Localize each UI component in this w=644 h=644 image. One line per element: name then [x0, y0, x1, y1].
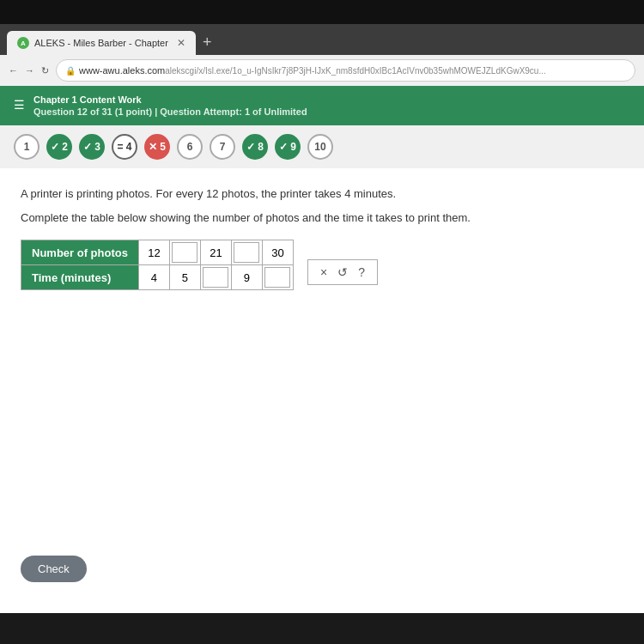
nav-btn-5[interactable]: ✕ 5	[144, 134, 170, 160]
row1-input-field-1[interactable]	[172, 242, 197, 263]
browser-tab[interactable]: A ALEKS - Miles Barber - Chapter ✕	[7, 31, 196, 55]
row1-input-field-3[interactable]	[234, 242, 259, 263]
row2-input-field-4[interactable]	[264, 267, 290, 288]
nav-btn-3[interactable]: ✓ 3	[79, 134, 105, 160]
question-instruction: Complete the table below showing the num…	[21, 210, 623, 227]
question-text: A printer is printing photos. For every …	[21, 185, 623, 203]
nav-back[interactable]: ←	[9, 65, 18, 76]
nav-btn-7[interactable]: 7	[210, 134, 235, 160]
nav-btn-1[interactable]: 1	[14, 134, 39, 160]
nav-btn-6[interactable]: 6	[177, 134, 203, 160]
tab-icon: A	[17, 37, 29, 49]
address-bar[interactable]: 🔒 www-awu.aleks.com alekscgi/x/Isl.exe/1…	[56, 59, 635, 82]
question-info-text: Question 12 of 31 (1 point) | Question A…	[33, 106, 307, 117]
row2-input-4[interactable]	[262, 265, 293, 290]
row1-input-3[interactable]	[231, 240, 262, 265]
tab-close-icon[interactable]: ✕	[177, 37, 185, 49]
question-area: A printer is printing photos. For every …	[0, 168, 644, 613]
tab-label: ALEKS - Miles Barber - Chapter	[34, 38, 168, 48]
data-table: Number of photos 12 21 30 Time (minutes)	[21, 240, 294, 290]
new-tab-button[interactable]: +	[203, 33, 212, 52]
aleks-header: ☰ Chapter 1 Content Work Question 12 of …	[0, 86, 644, 125]
question-nav: 1 ✓ 2 ✓ 3 = 4 ✕ 5 6 7 ✓ 8 ✓ 9 10	[0, 125, 644, 168]
hamburger-icon[interactable]: ☰	[14, 98, 25, 112]
row1-cell-4: 30	[262, 240, 293, 265]
chapter-title: Chapter 1 Content Work	[14, 94, 630, 105]
nav-btn-10[interactable]: 10	[307, 134, 333, 160]
row2-input-field-2[interactable]	[203, 267, 228, 288]
check-section: Check	[21, 556, 87, 582]
address-full: alekscgi/x/Isl.exe/1o_u-IgNsIkr7j8P3jH-I…	[165, 66, 546, 76]
row2-cell-3: 9	[231, 265, 262, 290]
row2-cell-1: 5	[169, 265, 200, 290]
nav-btn-9[interactable]: ✓ 9	[275, 134, 301, 160]
check-button[interactable]: Check	[21, 556, 87, 582]
nav-btn-2[interactable]: ✓ 2	[46, 134, 72, 160]
help-tool[interactable]: ?	[358, 265, 365, 279]
row1-input-1[interactable]	[169, 240, 200, 265]
clear-tool[interactable]: ×	[320, 265, 327, 279]
row1-cell-2: 21	[200, 240, 231, 265]
nav-forward[interactable]: →	[25, 65, 34, 76]
table-wrapper: Number of photos 12 21 30 Time (minutes)	[21, 240, 623, 304]
address-text: www-awu.aleks.com	[79, 65, 165, 76]
row1-header: Number of photos	[21, 240, 139, 265]
nav-btn-8[interactable]: ✓ 8	[242, 134, 268, 160]
row1-cell-0: 12	[138, 240, 169, 265]
question-info: Question 12 of 31 (1 point) | Question A…	[14, 106, 630, 117]
tools-panel: × ↺ ?	[307, 259, 378, 285]
nav-btn-4[interactable]: = 4	[112, 134, 137, 160]
row2-header: Time (minutes)	[21, 265, 139, 290]
row2-input-2[interactable]	[200, 265, 231, 290]
lock-icon: 🔒	[65, 66, 76, 76]
nav-refresh[interactable]: ↻	[41, 65, 49, 76]
row2-cell-0: 4	[138, 265, 169, 290]
undo-tool[interactable]: ↺	[337, 265, 348, 279]
